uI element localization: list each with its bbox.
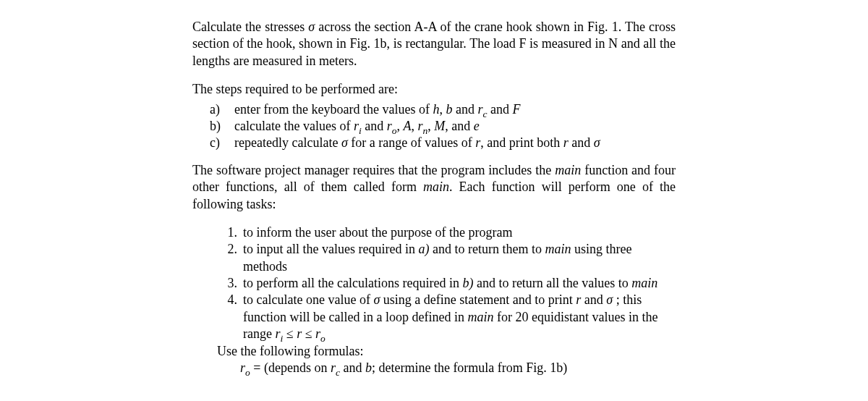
intro-paragraph: Calculate the stresses σ across the sect… [192, 19, 676, 69]
task-4-body: to calculate one value of σ using a defi… [243, 292, 676, 342]
step-a-body: enter from the keyboard the values of h,… [234, 101, 676, 118]
ref-b: b) [462, 276, 473, 290]
main-word: main [545, 242, 571, 256]
steps-header: The steps required to be performed are: [192, 81, 676, 98]
text: and to return them to [429, 242, 545, 256]
text: and [362, 119, 387, 133]
text: for a range of values of [348, 135, 475, 150]
marker-a: a) [210, 101, 234, 118]
marker-1: 1. [217, 224, 243, 241]
step-b-body: calculate the values of ri and ro, A, rn… [234, 118, 676, 135]
ref-a: a) [418, 242, 429, 256]
sigma-symbol: σ [373, 292, 380, 307]
text: , and print both [480, 135, 563, 150]
marker-c: c) [210, 135, 234, 151]
sigma-symbol: σ [308, 20, 315, 34]
pm-paragraph: The software project manager requires th… [192, 162, 676, 213]
main-word: main [467, 310, 493, 324]
text: to perform all the calculations required… [243, 276, 462, 290]
var-ri: ri [354, 119, 362, 133]
text: using a define statement and to print [380, 292, 576, 307]
text: and [340, 360, 365, 375]
var-rc: rc [477, 102, 487, 117]
var-F: F [512, 102, 520, 117]
text: ≤ [302, 326, 315, 341]
var-ro: ro [387, 119, 397, 133]
sigma-symbol: σ [341, 135, 348, 150]
text: to calculate one value of [243, 292, 373, 307]
text: repeatedly calculate [234, 135, 341, 150]
marker-2: 2. [217, 241, 243, 275]
task-4: 4. to calculate one value of σ using a d… [217, 292, 676, 342]
var-M: M [434, 119, 445, 133]
var-A: A [403, 119, 411, 133]
text: and [581, 292, 606, 307]
text: and [452, 102, 477, 117]
text: enter from the keyboard the values of [234, 102, 433, 117]
main-word: main [631, 276, 658, 290]
marker-b: b) [210, 118, 234, 135]
sigma-symbol: σ [594, 135, 600, 150]
var-e: e [474, 119, 480, 133]
task-3-body: to perform all the calculations required… [243, 275, 676, 292]
formula-ro: ro = (depends on rc and b; determine the… [192, 360, 676, 376]
var-r: r [563, 135, 569, 150]
text: calculate the values of [234, 119, 354, 133]
text: ; determine the formula from Fig. 1b) [372, 360, 567, 375]
text: , and [445, 119, 474, 133]
use-formulas-line: Use the following formulas: [192, 343, 676, 360]
numbered-list: 1. to inform the user about the purpose … [192, 224, 676, 343]
marker-3: 3. [217, 275, 243, 292]
document-page: Calculate the stresses σ across the sect… [0, 0, 868, 401]
var-rn: rn [417, 119, 427, 133]
task-1: 1. to inform the user about the purpose … [217, 224, 676, 241]
task-1-body: to inform the user about the purpose of … [243, 224, 676, 241]
letter-list: a) enter from the keyboard the values of… [192, 101, 676, 152]
var-ro: ro [315, 326, 326, 341]
task-2: 2. to input all the values required in a… [217, 241, 676, 275]
task-2-body: to input all the values required in a) a… [243, 241, 676, 275]
text: , [427, 119, 434, 133]
step-b: b) calculate the values of ri and ro, A,… [210, 118, 676, 135]
task-3: 3. to perform all the calculations requi… [217, 275, 676, 292]
step-c-body: repeatedly calculate σ for a range of va… [234, 135, 676, 151]
main-word: main [423, 180, 449, 194]
var-ro: ro [240, 360, 250, 375]
text: = (depends on [250, 360, 331, 375]
text: ≤ [283, 326, 297, 341]
text: The software project manager requires th… [192, 163, 555, 177]
var-rc: rc [331, 360, 340, 375]
marker-4: 4. [217, 292, 243, 342]
text: to input all the values required in [243, 242, 418, 256]
main-word: main [555, 163, 581, 177]
text: Calculate the stresses [192, 20, 308, 34]
spacer [192, 152, 676, 162]
var-b: b [365, 360, 372, 375]
text: and to return all the values to [473, 276, 631, 290]
step-c: c) repeatedly calculate σ for a range of… [210, 135, 676, 151]
text: and [569, 135, 594, 150]
sigma-symbol: σ [606, 292, 613, 307]
text: and [487, 102, 512, 117]
var-ri: ri [275, 326, 283, 341]
step-a: a) enter from the keyboard the values of… [210, 101, 676, 118]
